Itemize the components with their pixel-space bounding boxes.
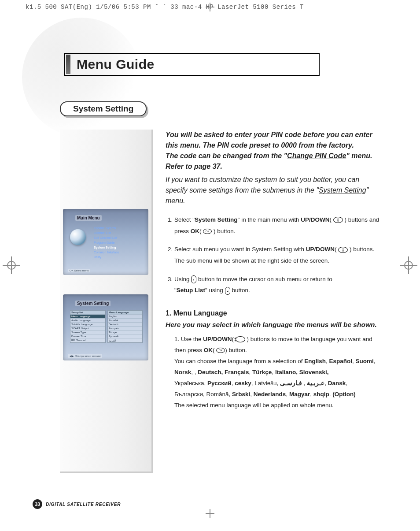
ss2-left-header: Setup list [70, 311, 105, 314]
text-bold: UP/DOWN [301, 216, 329, 223]
ss2-right-row: Русский [108, 334, 143, 338]
lang-name: Dansk [328, 380, 346, 386]
intro-line: " [366, 186, 369, 194]
body-text: You will be asked to enter your PIN code… [166, 130, 398, 473]
text-bold: OK [191, 228, 199, 234]
intro-link: System Setting [319, 186, 366, 194]
text: Select " [174, 216, 195, 223]
ss1-item: Common Interface [94, 250, 119, 255]
text: , [249, 369, 253, 375]
text: ( [329, 216, 333, 223]
intro-description: If you want to customize the system to s… [166, 175, 394, 206]
intro-line: The code can be changed from the " [166, 152, 287, 160]
registration-mark-left [3, 256, 20, 274]
print-job-header: k1.5 500 SAT(Eng) 1/5/06 5:53 PM ˘ ` 33 … [26, 4, 304, 11]
subsection-intro: Here you may select in which language th… [166, 321, 394, 329]
text: ( [335, 246, 338, 253]
page-content: Menu Guide System Setting Main Menu Chan… [22, 16, 398, 509]
ss1-item: Utility [94, 255, 119, 260]
text: The sub menu will be shown at the right … [174, 257, 329, 264]
instruction-steps: Select "System Setting" in the main menu… [166, 214, 394, 296]
intro-line: " menu. [346, 152, 372, 160]
text: Using [174, 276, 191, 282]
text: Select sub menu you want in System Setti… [174, 246, 306, 253]
page-title-bar: Menu Guide [64, 53, 320, 76]
text-bold: OK [204, 347, 213, 353]
text: , [352, 358, 356, 364]
ok-icon: OK [203, 229, 212, 234]
lang-name: Русский [207, 380, 232, 386]
lang-name: Srbski [232, 391, 250, 397]
lang-name: English [304, 358, 326, 364]
page-number: 33 [33, 499, 42, 509]
lang-name: Deutsch, Français [198, 369, 249, 375]
ss2-left-row: Screen Type [70, 330, 105, 334]
text: ) buttons and [343, 216, 379, 223]
ss2-right-row: Français [108, 326, 143, 330]
lang-name: Suomi [356, 358, 374, 364]
page-title: Menu Guide [77, 57, 155, 72]
intro-line: Refer to page 37. [166, 163, 222, 170]
lang-name: Italiano, Slovenski, [275, 369, 329, 375]
text: , [286, 391, 289, 397]
step-3: Using ▸ button to move the cursor on sub… [174, 274, 394, 296]
text: then press [174, 347, 204, 353]
ss2-right-row: Türkçe [108, 330, 143, 334]
text: button to move the cursor on sub menu or… [196, 276, 332, 282]
footer-text: DIGITAL SATELLITE RECEIVER [46, 502, 121, 507]
screenshot-main-menu: Main Menu Channel Search Channel List Ed… [63, 209, 148, 275]
text: 1. Use the [174, 336, 203, 342]
ss2-left-row: Menu Language [70, 314, 105, 318]
text: The selected menu language will be appli… [174, 400, 394, 411]
text: button. [230, 287, 250, 293]
subsection-heading: 1. Menu Language [166, 309, 394, 317]
text: , [302, 380, 307, 386]
ss2-right-col: Menu Language English Español Deutsch Fr… [107, 310, 143, 343]
crop-mark-top [206, 3, 214, 11]
lang-name: Magyar [289, 391, 310, 397]
lang-name: Български, Română, [174, 391, 232, 397]
section-heading-pill: System Setting [60, 101, 147, 116]
title-accent [66, 55, 70, 74]
registration-mark-right [400, 256, 417, 274]
lang-name: فـارسـى [280, 380, 302, 386]
intro-line: If you want to customize the system to s… [166, 176, 359, 183]
ss2-right-row: العربية [108, 338, 143, 342]
lang-name: Українська, [174, 380, 207, 386]
text: ) buttons. [348, 246, 374, 253]
text: ( [199, 228, 203, 234]
step-1: Select "System Setting" in the main menu… [174, 214, 394, 237]
lang-name: shqip [313, 391, 329, 397]
lang-name: cesky [235, 380, 251, 386]
ss2-left-col: Setup list Menu Language Audio Language … [70, 310, 106, 343]
text: , [374, 358, 376, 364]
lang-name: Español [329, 358, 353, 364]
intro-link: Change PIN Code [287, 152, 346, 160]
ss2-left-row: Audio Language [70, 318, 105, 322]
sidebar-screenshots: Main Menu Channel Search Channel List Ed… [60, 130, 153, 473]
ss2-right-row: English [108, 314, 143, 318]
intro-warning: You will be asked to enter your PIN code… [166, 130, 394, 172]
ss1-item-selected: System Setting [94, 245, 119, 250]
ss2-left-row: RF Channel [70, 338, 105, 342]
language-instructions: 1. Use the UP/DOWN( ) buttons to move to… [166, 334, 394, 411]
ss2-left-row: Banner Time [70, 334, 105, 338]
section-heading: System Setting [60, 101, 147, 116]
ss1-item: Program Guide [94, 240, 119, 245]
ss2-right-header: Menu Language [108, 311, 143, 314]
text: press [174, 228, 191, 234]
text-bold: (Option) [332, 391, 355, 397]
intro-line: specify some settings from the submenus … [166, 186, 319, 194]
text-bold: Setup List [177, 287, 205, 293]
text: , Latviešu, [251, 380, 280, 386]
ss2-right-row: Deutsch [108, 322, 143, 326]
ss1-title: Main Menu [75, 215, 102, 221]
text-bold: UP/DOWN [203, 336, 232, 342]
text: , [324, 380, 328, 386]
step-2: Select sub menu you want in System Setti… [174, 244, 394, 266]
lang-name: Türkçe [252, 369, 272, 375]
text: " using [205, 287, 225, 293]
text: , [272, 369, 275, 375]
text: , [346, 380, 347, 386]
text: , [250, 391, 254, 397]
